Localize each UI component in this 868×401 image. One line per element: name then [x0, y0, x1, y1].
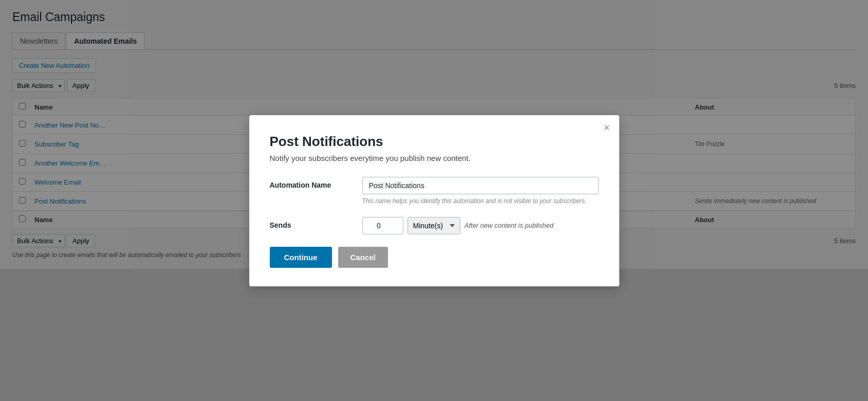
- sends-control: Minute(s) Hour(s) Day(s) After new conte…: [362, 217, 599, 234]
- modal-dialog: × Post Notifications Notify your subscri…: [249, 115, 619, 286]
- modal-subtitle: Notify your subscribers everytime you pu…: [270, 154, 599, 162]
- automation-name-label: Automation Name: [270, 177, 362, 189]
- sends-number-input[interactable]: [362, 217, 403, 234]
- automation-name-hint: This name helps you identify this automa…: [362, 197, 599, 205]
- sends-row: Sends Minute(s) Hour(s) Day(s) After new…: [270, 217, 599, 234]
- sends-label: Sends: [270, 217, 362, 229]
- sends-unit-select[interactable]: Minute(s) Hour(s) Day(s): [408, 217, 460, 234]
- automation-name-input[interactable]: [362, 177, 599, 194]
- sends-inputs: Minute(s) Hour(s) Day(s) After new conte…: [362, 217, 599, 234]
- automation-name-row: Automation Name This name helps you iden…: [270, 177, 599, 205]
- continue-button[interactable]: Continue: [270, 247, 332, 268]
- modal-title: Post Notifications: [270, 134, 599, 150]
- cancel-button[interactable]: Cancel: [338, 247, 388, 268]
- modal-close-button[interactable]: ×: [604, 122, 610, 133]
- modal-overlay: × Post Notifications Notify your subscri…: [0, 0, 868, 401]
- automation-name-control: This name helps you identify this automa…: [362, 177, 599, 205]
- sends-after-text: After new content is published: [465, 222, 553, 229]
- modal-actions: Continue Cancel: [270, 247, 599, 268]
